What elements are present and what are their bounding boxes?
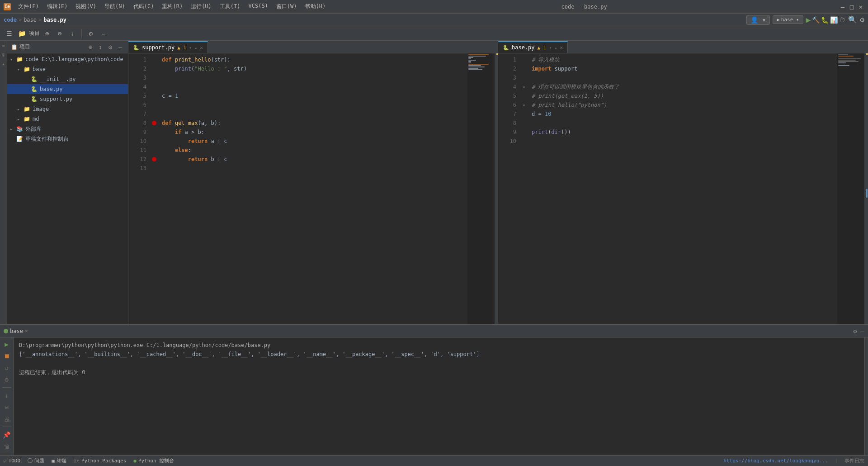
run-exit-text: 进程已结束，退出代码为 0	[19, 369, 85, 376]
tree-item-code[interactable]: ▾ 📁 code E:\1.language\python\code	[7, 54, 128, 64]
filter-icon[interactable]: ⚙	[106, 43, 114, 51]
bottom-panel: base ✕ ⚙ – ▶ ⏹ ↺ ⚙ ↓ ⊟ 🖨 📌 🗑 D:\programm…	[0, 324, 868, 455]
search-everywhere-button[interactable]: 🔍	[848, 15, 857, 24]
tab-close-button[interactable]: ✕	[560, 45, 563, 51]
breadcrumb-code[interactable]: code	[4, 17, 17, 23]
debug-button[interactable]: 🐛	[821, 16, 829, 24]
expand-arrow: ▸	[17, 107, 23, 112]
run-button-panel[interactable]: ▶	[2, 339, 12, 349]
tab-close-button[interactable]: ✕	[200, 45, 203, 51]
check-icon: ☑	[4, 458, 7, 464]
terminal-label: 终端	[57, 457, 66, 464]
build-button[interactable]: 🔨	[812, 16, 820, 24]
tree-item-init[interactable]: ▸ 🐍 __init__.py	[7, 74, 128, 84]
py-file-icon: 🐍	[31, 86, 38, 92]
tab-warning-icon: ▲ 1	[538, 45, 547, 51]
close-button[interactable]: ✕	[857, 3, 864, 10]
project-tree-icon: 📋	[11, 44, 18, 50]
tree-item-support[interactable]: ▸ 🐍 support.py	[7, 94, 128, 104]
run-tab-close[interactable]: ✕	[25, 328, 28, 334]
scroll-from-source-button[interactable]: ⇣	[67, 28, 78, 39]
breadcrumb-file[interactable]: base.py	[43, 17, 66, 23]
csdn-link[interactable]: https://blog.csdn.net/longkangyu...	[723, 458, 828, 464]
panel-minimize-button[interactable]: –	[861, 328, 864, 335]
tree-item-base-py[interactable]: ▸ 🐍 base.py	[7, 84, 128, 94]
breadcrumb: code > base > base.py	[4, 17, 66, 23]
gear-button[interactable]: ⚙	[85, 28, 96, 39]
line-numbers-left: 12345 678910 111213	[128, 53, 150, 324]
tree-label: __init__.py	[40, 76, 75, 82]
toggle-sidebar-button[interactable]: ☰	[4, 28, 14, 39]
menu-vcs[interactable]: VCS(S)	[245, 2, 272, 11]
collapse-all-button[interactable]: ⊖	[54, 28, 65, 39]
coverage-button[interactable]: 📊	[830, 16, 838, 24]
tree-item-image[interactable]: ▸ 📁 image	[7, 104, 128, 114]
expand-icon[interactable]: ⊕	[86, 43, 94, 51]
tab-expand-icon: ▾ ▴	[549, 45, 557, 50]
maximize-button[interactable]: □	[848, 3, 855, 10]
run-status-dot	[4, 329, 8, 333]
tree-item-md[interactable]: ▸ 📁 md	[7, 114, 128, 124]
breadcrumb-base[interactable]: base	[24, 17, 37, 23]
menu-view[interactable]: 视图(V)	[72, 2, 100, 11]
tree-item-scratch[interactable]: ▸ 📝 草稿文件和控制台	[7, 134, 128, 144]
tree-item-base[interactable]: ▾ 📁 base	[7, 64, 128, 74]
menu-bar[interactable]: 文件(F) 编辑(E) 视图(V) 导航(N) 代码(C) 重构(R) 运行(U…	[14, 2, 329, 11]
status-python-packages[interactable]: Ie Python Packages	[74, 458, 127, 464]
tree-item-external-libs[interactable]: ▸ 📚 外部库	[7, 124, 128, 134]
terminal-icon: ▣	[52, 458, 55, 464]
status-problems[interactable]: ⓘ 问题	[28, 457, 44, 464]
status-python-console[interactable]: ● Python 控制台	[133, 457, 174, 464]
run-output: D:\programmer\python\python\python.exe E…	[14, 338, 864, 455]
title-bar-left: Ie 文件(F) 编辑(E) 视图(V) 导航(N) 代码(C) 重构(R) 运…	[4, 2, 329, 11]
profile-button[interactable]: ⏱	[839, 16, 845, 24]
menu-file[interactable]: 文件(F)	[14, 2, 42, 11]
minimize-button[interactable]: —	[839, 3, 846, 10]
file-tree-content[interactable]: ▾ 📁 code E:\1.language\python\code ▾ 📁 b…	[7, 53, 128, 324]
print-button[interactable]: 🖨	[2, 414, 12, 424]
scroll-down-button[interactable]: ↓	[2, 390, 12, 400]
menu-window[interactable]: 窗口(W)	[273, 2, 301, 11]
filter-button[interactable]: ⊟	[2, 402, 12, 412]
sort-icon[interactable]: ↕	[96, 43, 104, 51]
tab-support-py[interactable]: 🐍 support.py ▲ 1 ▾ ▴ ✕	[128, 41, 208, 53]
file-tree-title: 📋 项目	[11, 43, 30, 51]
tab-warning-icon: ▲ 1	[177, 45, 186, 51]
run-tab[interactable]: base ✕	[4, 328, 28, 334]
close-panel-icon[interactable]: –	[116, 43, 124, 51]
user-menu-button[interactable]: 👤 ▾	[746, 15, 770, 25]
settings-button[interactable]: ⚙	[860, 15, 864, 24]
menu-code[interactable]: 代码(C)	[130, 2, 158, 11]
right-editor-pane: 🐍 base.py ▲ 1 ▾ ▴ ✕ 12345 678910	[498, 41, 868, 324]
title-bar: Ie 文件(F) 编辑(E) 视图(V) 导航(N) 代码(C) 重构(R) 运…	[0, 0, 868, 14]
run-config-button[interactable]: ▶ base ▾	[773, 15, 803, 24]
expand-all-button[interactable]: ⊕	[42, 28, 52, 39]
pin-button[interactable]: 📌	[2, 430, 12, 440]
menu-tools[interactable]: 工具(T)	[216, 2, 244, 11]
rerun-button-panel[interactable]: ↺	[2, 363, 12, 373]
panel-settings-button[interactable]: ⚙	[853, 328, 857, 335]
bookmark-icon[interactable]: ★	[0, 61, 7, 67]
menu-run[interactable]: 运行(U)	[187, 2, 215, 11]
menu-nav[interactable]: 导航(N)	[101, 2, 129, 11]
left-activity-bar: ≡ § ★	[0, 41, 7, 324]
clear-button[interactable]: 🗑	[2, 442, 12, 452]
py-file-icon: 🐍	[31, 76, 38, 82]
code-content-right[interactable]: # 导入模块 import support # 现在可以调用模块里包含的函数了 …	[528, 53, 837, 324]
run-output-line	[19, 359, 859, 367]
todo-label: TODO	[9, 458, 21, 464]
menu-refactor[interactable]: 重构(R)	[158, 2, 186, 11]
status-todo[interactable]: ☑ TODO	[4, 458, 20, 464]
menu-help[interactable]: 帮助(H)	[302, 2, 330, 11]
project-view-icon[interactable]: ≡	[0, 43, 7, 49]
tab-base-py[interactable]: 🐍 base.py ▲ 1 ▾ ▴ ✕	[498, 41, 568, 53]
status-terminal[interactable]: ▣ 终端	[52, 457, 66, 464]
event-log-label[interactable]: 事件日志	[844, 458, 864, 464]
run-button[interactable]: ▶	[806, 15, 811, 24]
structure-icon[interactable]: §	[0, 52, 7, 58]
stop-button-panel[interactable]: ⏹	[2, 351, 12, 361]
minimize-toolbar-button[interactable]: –	[98, 28, 109, 39]
menu-edit[interactable]: 编辑(E)	[43, 2, 71, 11]
code-content-left[interactable]: def print_hello(str): print("Hello : ", …	[158, 53, 467, 324]
settings-side-button[interactable]: ⚙	[2, 375, 12, 385]
